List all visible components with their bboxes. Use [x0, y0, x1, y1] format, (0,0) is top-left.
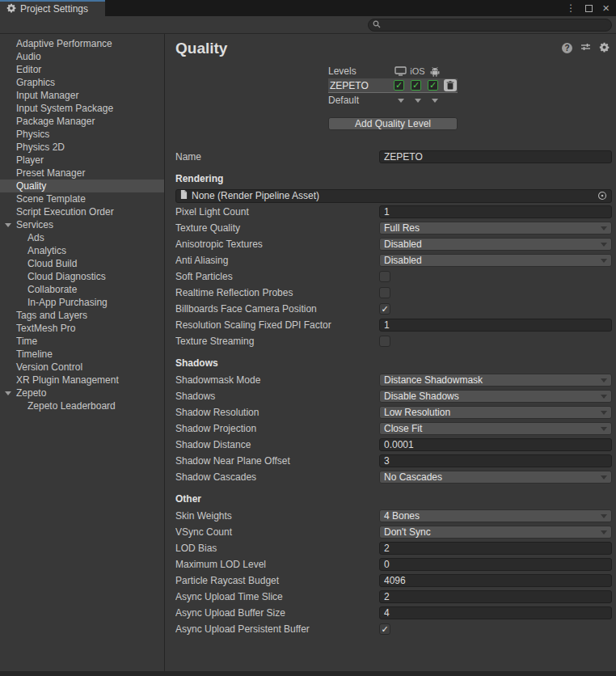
sidebar-item-in-app-purchasing[interactable]: In-App Purchasing [0, 296, 164, 309]
sidebar-item-input-system-package[interactable]: Input System Package [0, 102, 164, 115]
project-settings-tab[interactable]: Project Settings [0, 0, 105, 16]
setting-input-async-upload-time-slice[interactable] [379, 590, 612, 603]
setting-dropdown-anti-aliasing[interactable]: Disabled [379, 254, 612, 267]
setting-dropdown-shadow-cascades[interactable]: No Cascades [379, 471, 612, 484]
setting-control [379, 454, 612, 467]
object-picker-icon[interactable] [597, 191, 607, 201]
sidebar-item-zepeto-leaderboard[interactable]: Zepeto Leaderboard [0, 399, 164, 412]
foldout-chevron-icon[interactable] [5, 391, 11, 395]
window-menu-icon[interactable]: ⋮ [566, 4, 576, 12]
settings-sections: RenderingNone (Render Pipeline Asset)Pix… [175, 173, 612, 636]
setting-input-particle-raycast-budget[interactable] [379, 574, 612, 587]
setting-checkbox-realtime-reflection-probes[interactable] [379, 287, 390, 298]
dropdown-value: Disabled [384, 255, 422, 266]
sidebar-item-label: Editor [16, 64, 41, 75]
sidebar-item-physics[interactable]: Physics [0, 128, 164, 141]
setting-control [379, 438, 612, 451]
search-box[interactable] [368, 19, 612, 32]
sidebar-item-version-control[interactable]: Version Control [0, 361, 164, 374]
sidebar-item-cloud-diagnostics[interactable]: Cloud Diagnostics [0, 270, 164, 283]
sidebar-item-graphics[interactable]: Graphics [0, 76, 164, 89]
sidebar-item-ads[interactable]: Ads [0, 231, 164, 244]
delete-level-button[interactable] [444, 79, 457, 91]
chevron-down-icon [601, 259, 607, 263]
setting-dropdown-skin-weights[interactable]: 4 Bones [379, 509, 612, 522]
sidebar-item-adaptive-performance[interactable]: Adaptive Performance [0, 37, 164, 50]
default-level-row: Default [328, 93, 458, 108]
name-input[interactable] [379, 150, 612, 163]
sidebar-item-services[interactable]: Services [0, 218, 164, 231]
sidebar-item-analytics[interactable]: Analytics [0, 244, 164, 257]
setting-dropdown-anisotropic-textures[interactable]: Disabled [379, 238, 612, 251]
setting-label: VSync Count [175, 526, 379, 538]
setting-label: Billboards Face Camera Position [175, 303, 379, 315]
setting-dropdown-shadowmask-mode[interactable]: Distance Shadowmask [379, 374, 612, 387]
setting-label: Maximum LOD Level [175, 559, 379, 570]
presets-icon[interactable] [580, 42, 591, 54]
default-level-dropdown-arrow[interactable] [398, 99, 404, 103]
sidebar-item-label: Physics [16, 129, 49, 140]
sidebar-item-collaborate[interactable]: Collaborate [0, 283, 164, 296]
default-level-dropdown-arrow[interactable] [432, 99, 438, 103]
quality-levels-matrix: LevelsiOSZEPETO✓✓✓Default [328, 64, 458, 108]
sidebar-item-textmesh-pro[interactable]: TextMesh Pro [0, 322, 164, 335]
setting-input-resolution-scaling-fixed-dpi-factor[interactable] [379, 319, 612, 332]
sidebar-item-audio[interactable]: Audio [0, 50, 164, 63]
platform-checkbox[interactable]: ✓ [428, 80, 438, 91]
setting-dropdown-vsync-count[interactable]: Don't Sync [379, 526, 612, 539]
setting-row-async-upload-time-slice: Async Upload Time Slice [175, 590, 612, 603]
platform-checkbox[interactable]: ✓ [411, 80, 421, 91]
setting-dropdown-shadow-projection[interactable]: Close Fit [379, 422, 612, 435]
sidebar-item-package-manager[interactable]: Package Manager [0, 115, 164, 128]
setting-control: Disable Shadows [379, 390, 612, 403]
levels-label: Levels [328, 65, 392, 77]
help-icon[interactable]: ? [562, 43, 572, 53]
setting-dropdown-shadow-resolution[interactable]: Low Resolution [379, 406, 612, 419]
setting-label: Shadows [175, 391, 379, 402]
sidebar-item-player[interactable]: Player [0, 154, 164, 167]
setting-control: Disabled [379, 254, 612, 267]
sidebar-item-scene-template[interactable]: Scene Template [0, 192, 164, 205]
chevron-down-icon [601, 243, 607, 247]
setting-input-lod-bias[interactable] [379, 542, 612, 555]
section-title-other: Other [175, 493, 612, 505]
setting-input-maximum-lod-level[interactable] [379, 558, 612, 571]
render-pipeline-object-field[interactable]: None (Render Pipeline Asset) [175, 189, 612, 203]
sidebar-item-physics-2d[interactable]: Physics 2D [0, 141, 164, 154]
sidebar-item-script-execution-order[interactable]: Script Execution Order [0, 205, 164, 218]
platform-checkbox-cell: ✓ [407, 80, 424, 91]
setting-input-pixel-light-count[interactable] [379, 205, 612, 218]
sidebar-item-zepeto[interactable]: Zepeto [0, 387, 164, 399]
sidebar-item-preset-manager[interactable]: Preset Manager [0, 167, 164, 180]
setting-input-async-upload-buffer-size[interactable] [379, 606, 612, 619]
setting-checkbox-soft-particles[interactable] [379, 271, 390, 282]
setting-checkbox-billboards-face-camera-position[interactable]: ✓ [379, 303, 390, 315]
sidebar-item-label: Services [16, 219, 53, 230]
setting-dropdown-shadows[interactable]: Disable Shadows [379, 390, 612, 403]
sidebar-item-input-manager[interactable]: Input Manager [0, 89, 164, 102]
setting-input-shadow-distance[interactable] [379, 438, 612, 451]
sidebar-item-quality[interactable]: Quality [0, 180, 164, 192]
setting-dropdown-texture-quality[interactable]: Full Res [379, 222, 612, 234]
sidebar-item-cloud-build[interactable]: Cloud Build [0, 257, 164, 270]
maximize-icon[interactable] [585, 5, 593, 12]
setting-label: Pixel Light Count [175, 206, 379, 218]
quality-level-row[interactable]: ZEPETO✓✓✓ [328, 78, 458, 93]
sidebar-item-tags-and-layers[interactable]: Tags and Layers [0, 309, 164, 322]
sidebar-item-timeline[interactable]: Timeline [0, 348, 164, 361]
add-quality-level-button[interactable]: Add Quality Level [328, 117, 458, 130]
settings-gear-icon[interactable] [599, 42, 610, 55]
platform-checkbox[interactable]: ✓ [394, 80, 404, 91]
setting-checkbox-texture-streaming[interactable] [379, 336, 390, 347]
default-level-dropdown-arrow[interactable] [415, 99, 421, 103]
sidebar-item-editor[interactable]: Editor [0, 63, 164, 76]
close-icon[interactable]: × [602, 3, 610, 13]
sidebar-item-time[interactable]: Time [0, 335, 164, 348]
setting-checkbox-async-upload-persistent-buffer[interactable]: ✓ [379, 623, 390, 635]
setting-input-shadow-near-plane-offset[interactable] [379, 454, 612, 467]
setting-row-texture-streaming: Texture Streaming [175, 335, 612, 348]
sidebar-item-xr-plugin-management[interactable]: XR Plugin Management [0, 374, 164, 387]
search-input[interactable] [384, 20, 607, 30]
foldout-chevron-icon[interactable] [5, 223, 11, 227]
dropdown-value: Low Resolution [384, 407, 450, 418]
